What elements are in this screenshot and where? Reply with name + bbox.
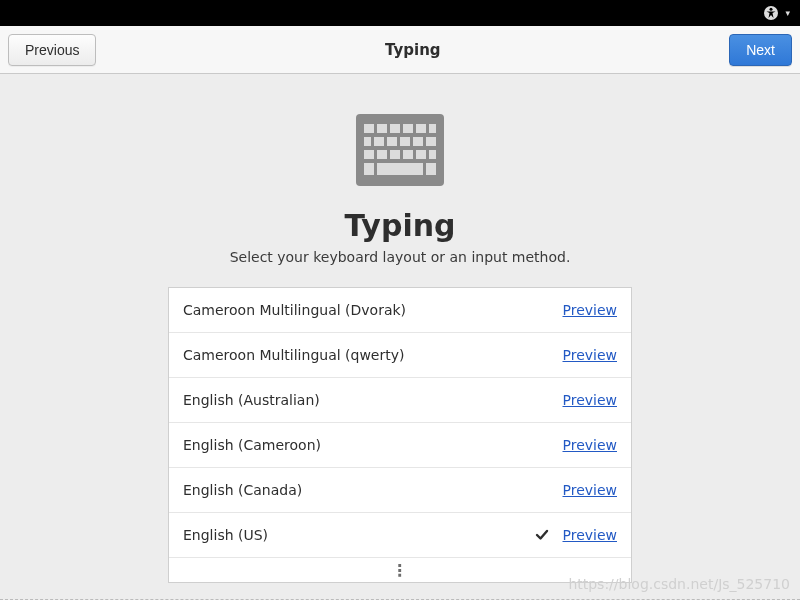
svg-rect-18 [403, 150, 413, 159]
layout-name: English (Cameroon) [183, 437, 535, 453]
page-subtitle: Select your keyboard layout or an input … [230, 249, 571, 265]
ellipsis-vertical-icon: ⋮ [392, 561, 409, 580]
svg-rect-3 [364, 124, 374, 133]
preview-link[interactable]: Preview [563, 302, 618, 318]
layout-row[interactable]: English (Canada)Preview [169, 468, 631, 513]
layout-row[interactable]: English (Cameroon)Preview [169, 423, 631, 468]
layout-name: English (Australian) [183, 392, 535, 408]
svg-rect-10 [374, 137, 384, 146]
checkmark-icon [535, 528, 549, 542]
svg-rect-12 [400, 137, 410, 146]
preview-link[interactable]: Preview [563, 392, 618, 408]
svg-rect-4 [377, 124, 387, 133]
layout-name: Cameroon Multilingual (Dvorak) [183, 302, 535, 318]
keyboard-layout-list: Cameroon Multilingual (Dvorak)PreviewCam… [168, 287, 632, 583]
layout-row[interactable]: English (Australian)Preview [169, 378, 631, 423]
layout-name: English (US) [183, 527, 535, 543]
preview-link[interactable]: Preview [563, 347, 618, 363]
svg-rect-6 [403, 124, 413, 133]
svg-rect-22 [377, 163, 423, 175]
layout-row[interactable]: Cameroon Multilingual (qwerty)Preview [169, 333, 631, 378]
keyboard-icon [356, 114, 444, 190]
svg-rect-13 [413, 137, 423, 146]
more-layouts-button[interactable]: ⋮ [169, 558, 631, 582]
system-topbar: ▾ [0, 0, 800, 26]
layout-row[interactable]: English (US)Preview [169, 513, 631, 558]
header-bar: Previous Typing Next [0, 26, 800, 74]
page-title: Typing [344, 208, 455, 243]
header-title: Typing [385, 41, 441, 59]
svg-rect-5 [390, 124, 400, 133]
svg-rect-21 [364, 163, 374, 175]
svg-point-1 [770, 8, 773, 11]
preview-link[interactable]: Preview [563, 527, 618, 543]
svg-rect-19 [416, 150, 426, 159]
next-button[interactable]: Next [729, 34, 792, 66]
svg-rect-9 [364, 137, 371, 146]
svg-rect-23 [426, 163, 436, 175]
svg-rect-16 [377, 150, 387, 159]
svg-rect-11 [387, 137, 397, 146]
preview-link[interactable]: Preview [563, 482, 618, 498]
svg-rect-7 [416, 124, 426, 133]
svg-rect-14 [426, 137, 436, 146]
svg-rect-8 [429, 124, 436, 133]
content-area: Typing Select your keyboard layout or an… [0, 74, 800, 599]
previous-button[interactable]: Previous [8, 34, 96, 66]
layout-row[interactable]: Cameroon Multilingual (Dvorak)Preview [169, 288, 631, 333]
svg-rect-20 [429, 150, 436, 159]
layout-name: Cameroon Multilingual (qwerty) [183, 347, 535, 363]
svg-rect-17 [390, 150, 400, 159]
layout-name: English (Canada) [183, 482, 535, 498]
chevron-down-icon[interactable]: ▾ [785, 8, 790, 18]
accessibility-icon[interactable] [763, 5, 779, 21]
preview-link[interactable]: Preview [563, 437, 618, 453]
svg-rect-15 [364, 150, 374, 159]
